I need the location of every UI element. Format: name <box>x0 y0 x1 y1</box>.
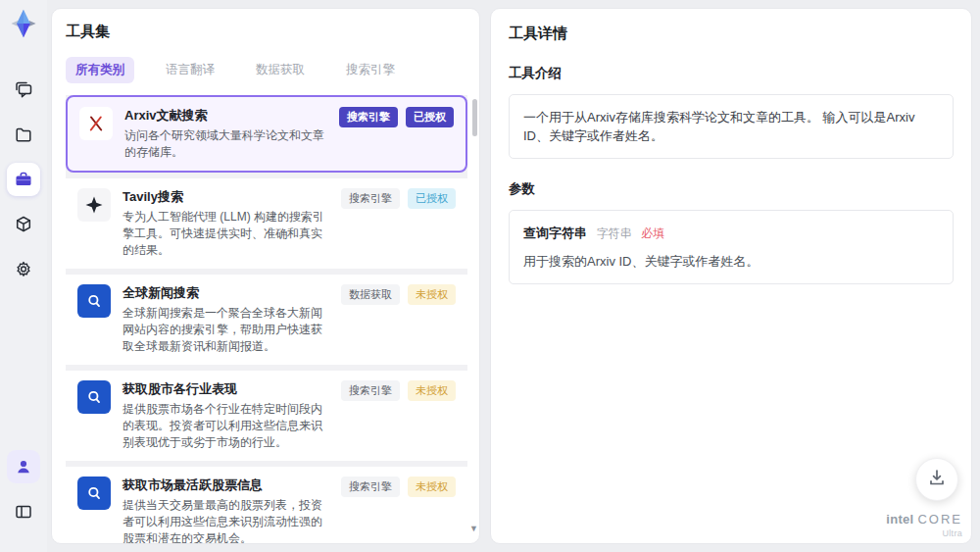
sidebar-item-chat[interactable] <box>7 73 40 106</box>
category-tabs: 所有类别 语言翻译 数据获取 搜索引擎 <box>66 57 467 83</box>
sparkle-icon <box>77 188 111 222</box>
sidebar-item-files[interactable] <box>7 118 40 151</box>
sidebar-item-collapse[interactable] <box>7 495 40 528</box>
tool-list-panel: 工具集 所有类别 语言翻译 数据获取 搜索引擎 Arxiv文献搜索 访问各个研究… <box>51 8 480 544</box>
tool-card-global-news[interactable]: 全球新闻搜索 全球新闻搜索是一个聚合全球各大新闻网站内容的搜索引擎，帮助用户快速… <box>66 275 467 365</box>
tool-name: Arxiv文献搜索 <box>124 107 331 125</box>
category-badge: 搜索引擎 <box>341 188 400 209</box>
tool-description: 提供当天交易量最高的股票列表，投资者可以利用这些信息来识别流动性强的股票和潜在的… <box>122 497 333 544</box>
news-search-icon <box>77 284 111 318</box>
tool-card-tavily[interactable]: Tavily搜索 专为人工智能代理 (LLM) 构建的搜索引擎工具。可快速提供实… <box>66 178 467 269</box>
auth-badge: 未授权 <box>408 380 456 401</box>
tool-description: 访问各个研究领域大量科学论文和文章的存储库。 <box>124 127 331 161</box>
parameter-header: 查询字符串 字符串 必填 <box>523 224 939 243</box>
user-icon <box>14 457 33 477</box>
tool-detail-panel: 工具详情 工具介绍 一个用于从Arxiv存储库搜索科学论文和文章的工具。 输入可… <box>490 8 972 544</box>
download-icon <box>927 468 947 491</box>
category-badge: 搜索引擎 <box>341 477 400 497</box>
parameter-box: 查询字符串 字符串 必填 用于搜索的Arxiv ID、关键字或作者姓名。 <box>509 210 954 284</box>
tool-intro-text: 一个用于从Arxiv存储库搜索科学论文和文章的工具。 输入可以是Arxiv ID… <box>523 110 914 143</box>
news-search-icon <box>77 477 111 510</box>
category-badge: 搜索引擎 <box>341 380 400 401</box>
tool-name: Tavily搜索 <box>122 188 333 206</box>
tab-all-categories[interactable]: 所有类别 <box>66 57 134 83</box>
panel-toggle-icon <box>14 502 33 522</box>
chat-icon <box>14 79 33 99</box>
folder-icon <box>14 125 33 144</box>
params-heading: 参数 <box>509 180 954 198</box>
tab-data-fetch[interactable]: 数据获取 <box>246 57 315 83</box>
tool-name: 获取市场最活跃股票信息 <box>122 477 333 494</box>
tool-list: Arxiv文献搜索 访问各个研究领域大量科学论文和文章的存储库。 搜索引擎 已授… <box>66 95 467 544</box>
detail-panel-title: 工具详情 <box>509 25 954 43</box>
ultra-wordmark: Ultra <box>886 527 962 540</box>
tool-card-sector-performance[interactable]: 获取股市各行业表现 提供股票市场各个行业在特定时间段内的表现。投资者可以利用这些… <box>66 371 467 461</box>
tab-language-translation[interactable]: 语言翻译 <box>156 57 224 83</box>
download-button[interactable] <box>915 458 958 501</box>
auth-badge: 未授权 <box>408 284 456 305</box>
intel-core-logo: intel CORE Ultra <box>886 513 962 540</box>
news-search-icon <box>77 380 111 414</box>
arxiv-logo-icon <box>79 107 113 140</box>
category-badge: 搜索引擎 <box>339 107 398 127</box>
cube-icon <box>14 215 33 234</box>
app-sidebar <box>0 0 47 552</box>
logo-gem-icon <box>8 8 39 39</box>
core-wordmark: CORE <box>917 512 962 527</box>
sidebar-item-settings[interactable] <box>7 253 40 286</box>
tool-card-active-stocks[interactable]: 获取市场最活跃股票信息 提供当天交易量最高的股票列表，投资者可以利用这些信息来识… <box>66 467 467 544</box>
sidebar-item-account[interactable] <box>7 450 40 483</box>
parameter-name: 查询字符串 <box>523 226 587 240</box>
tool-description: 提供股票市场各个行业在特定时间段内的表现。投资者可以利用这些信息来识别表现优于或… <box>122 401 333 451</box>
scroll-down-icon[interactable]: ▼ <box>469 525 478 533</box>
tab-search-engine[interactable]: 搜索引擎 <box>336 57 405 83</box>
auth-badge: 已授权 <box>406 107 454 127</box>
auth-badge: 未授权 <box>408 477 456 497</box>
page-title: 工具集 <box>66 23 467 41</box>
tool-name: 获取股市各行业表现 <box>122 380 333 398</box>
sidebar-item-tools[interactable] <box>7 163 40 196</box>
tool-intro-box: 一个用于从Arxiv存储库搜索科学论文和文章的工具。 输入可以是Arxiv ID… <box>509 94 954 159</box>
tool-name: 全球新闻搜索 <box>122 284 333 302</box>
tool-card-arxiv[interactable]: Arxiv文献搜索 访问各个研究领域大量科学论文和文章的存储库。 搜索引擎 已授… <box>66 95 467 173</box>
parameter-type: 字符串 <box>597 226 632 240</box>
list-scrollbar-thumb[interactable] <box>472 99 477 136</box>
parameter-required-badge: 必填 <box>641 226 664 240</box>
intel-wordmark: intel <box>886 512 913 527</box>
parameter-description: 用于搜索的Arxiv ID、关键字或作者姓名。 <box>523 252 939 271</box>
intro-heading: 工具介绍 <box>509 65 954 82</box>
auth-badge: 已授权 <box>408 188 456 209</box>
gear-icon <box>14 260 33 279</box>
tool-description: 专为人工智能代理 (LLM) 构建的搜索引擎工具。可快速提供实时、准确和真实的结… <box>122 209 333 259</box>
tool-description: 全球新闻搜索是一个聚合全球各大新闻网站内容的搜索引擎，帮助用户快速获取全球最新资… <box>122 305 333 355</box>
category-badge: 数据获取 <box>341 284 400 305</box>
sidebar-item-models[interactable] <box>7 208 40 241</box>
briefcase-icon <box>14 170 33 189</box>
